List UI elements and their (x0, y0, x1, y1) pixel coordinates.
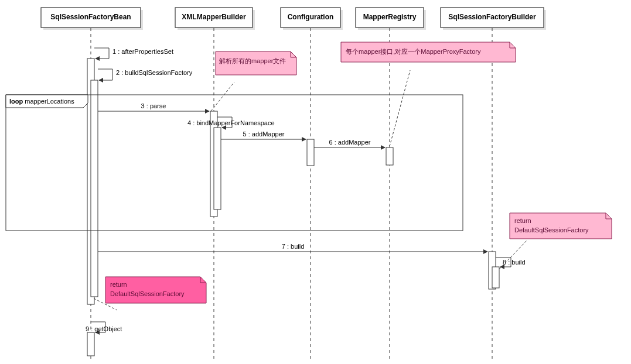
note-proxy: 每个mapper接口,对应一个MapperProxyFactory (341, 42, 516, 146)
participant-label: Configuration (288, 13, 334, 21)
participant-label: XMLMapperBuilder (182, 13, 246, 21)
activation (91, 80, 98, 297)
note-return-main: return DefaultSqlSessionFactory (94, 277, 206, 310)
svg-line-17 (390, 70, 410, 146)
message-label: 5 : addMapper (243, 131, 285, 138)
message-6: 6 : addMapper (314, 139, 385, 147)
activation (214, 128, 221, 210)
participant-configuration: Configuration (281, 8, 343, 30)
note-parse: 解析所有的mapper文件 (211, 51, 296, 111)
loop-title: mapperLocations (25, 98, 74, 105)
message-label: 6 : addMapper (329, 139, 371, 146)
participant-sqlSessionFactoryBuilder: SqlSessionFactoryBuilder (441, 8, 546, 30)
message-label: 1 : afterPropertiesSet (112, 48, 173, 55)
participant-label: SqlSessionFactoryBuilder (448, 13, 536, 21)
svg-rect-10 (6, 95, 463, 231)
note-text: return (110, 281, 127, 288)
note-text: DefaultSqlSessionFactory (514, 226, 589, 233)
sequence-diagram: SqlSessionFactoryBean XMLMapperBuilder C… (0, 0, 631, 364)
svg-text:loop mapperLocations: loop mapperLocations (9, 98, 74, 105)
message-4: 4 : bindMapperForNamespace (187, 117, 275, 128)
activation (492, 267, 499, 288)
message-label: 4 : bindMapperForNamespace (187, 119, 275, 126)
participant-sqlSessionFactoryBean: SqlSessionFactoryBean (41, 8, 143, 30)
message-label: 3 : parse (141, 102, 166, 109)
note-text: 每个mapper接口,对应一个MapperProxyFactory (346, 48, 481, 55)
message-label: 7 : build (282, 243, 305, 250)
message-label: 2 : buildSqlSessionFactory (116, 69, 193, 76)
loop-keyword: loop (9, 98, 23, 105)
message-7: 7 : build (98, 243, 487, 252)
message-2: 2 : buildSqlSessionFactory (98, 69, 193, 80)
note-text: DefaultSqlSessionFactory (110, 290, 185, 297)
message-5: 5 : addMapper (221, 131, 306, 139)
participant-mapperRegistry: MapperRegistry (356, 8, 426, 30)
activation (87, 332, 94, 356)
note-text: return (514, 217, 531, 224)
message-1: 1 : afterPropertiesSet (94, 48, 173, 59)
note-text: 解析所有的mapper文件 (219, 57, 286, 64)
participant-label: MapperRegistry (363, 13, 417, 21)
svg-line-16 (211, 82, 234, 111)
activation (386, 147, 393, 165)
message-8: 8 : build (496, 257, 526, 267)
activation (307, 139, 314, 166)
message-3: 3 : parse (98, 102, 209, 111)
loop-fragment: loop mapperLocations (6, 95, 463, 231)
participant-xmlMapperBuilder: XMLMapperBuilder (175, 8, 255, 30)
participant-label: SqlSessionFactoryBean (50, 13, 131, 21)
message-label: 9 : getObject (86, 325, 122, 332)
